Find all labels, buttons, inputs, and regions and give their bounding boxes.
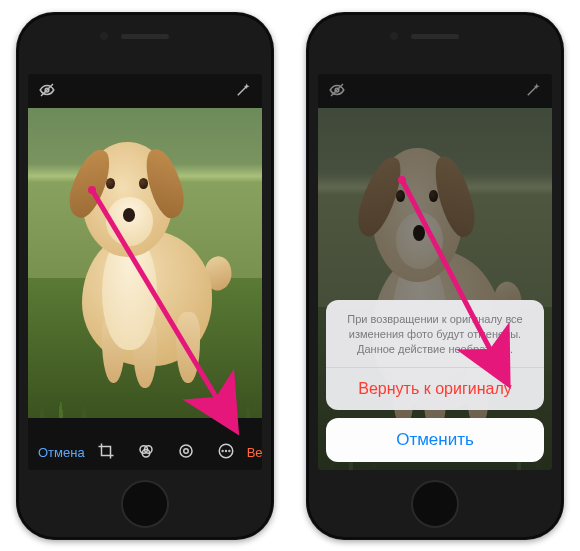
svg-point-5 [180,445,192,457]
screen-right: При возвращении к оригиналу все изменени… [318,74,552,470]
screen-left: Отмена Вернуть [28,74,262,470]
device-camera [100,32,108,40]
svg-point-8 [222,450,223,451]
adjust-icon[interactable] [177,442,195,460]
svg-point-6 [183,448,188,453]
editor-topbar [28,74,262,106]
action-sheet: При возвращении к оригиналу все изменени… [326,300,544,462]
device-speaker [121,34,169,39]
action-sheet-cancel-button[interactable]: Отменить [326,418,544,462]
svg-point-9 [225,450,226,451]
eye-off-icon[interactable] [38,81,56,99]
action-sheet-card: При возвращении к оригиналу все изменени… [326,300,544,410]
home-button[interactable] [411,480,459,528]
revert-button[interactable]: Вернуть [247,445,262,460]
device-camera [390,32,398,40]
crop-icon[interactable] [97,442,115,460]
photo-canvas[interactable] [28,108,262,418]
action-sheet-message: При возвращении к оригиналу все изменени… [326,300,544,368]
more-icon[interactable] [217,442,235,460]
home-button[interactable] [121,480,169,528]
puppy-photo [28,108,262,418]
magic-wand-icon[interactable] [234,81,252,99]
tool-row [97,442,235,460]
revert-to-original-button[interactable]: Вернуть к оригиналу [326,368,544,410]
editor-bottombar: Отмена Вернуть [28,408,262,470]
cancel-button[interactable]: Отмена [38,445,85,460]
svg-point-10 [229,450,230,451]
iphone-device-right: При возвращении к оригиналу все изменени… [306,12,564,540]
device-speaker [411,34,459,39]
filters-icon[interactable] [137,442,155,460]
comparison-stage: Отмена Вернуть [0,0,580,551]
iphone-device-left: Отмена Вернуть [16,12,274,540]
